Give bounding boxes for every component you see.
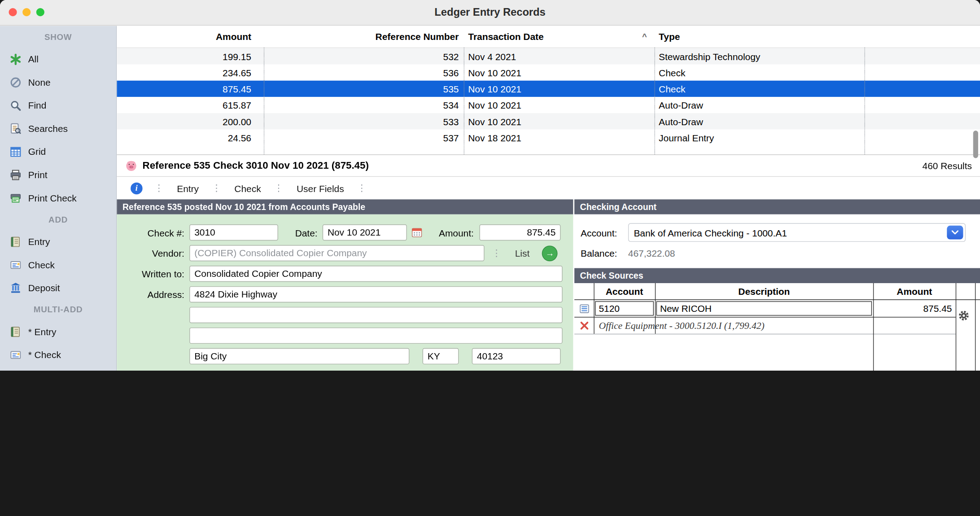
tab-separator-dots-icon: ⋮ bbox=[200, 183, 233, 194]
cell-reference: 535 bbox=[264, 83, 464, 94]
table-row[interactable]: 234.65 536 Nov 10 2021 Check bbox=[117, 64, 980, 80]
sidebar: SHOW All None Find Searches bbox=[0, 26, 117, 371]
vendor-list-button[interactable]: List bbox=[515, 248, 530, 258]
sidebar-item-find[interactable]: Find bbox=[0, 94, 116, 117]
address-label: Address: bbox=[117, 289, 184, 300]
line-item-amount[interactable]: 875.45 bbox=[873, 303, 956, 314]
none-icon bbox=[9, 76, 22, 88]
address-line1-input[interactable]: 4824 Dixie Highway bbox=[189, 286, 563, 302]
city-input[interactable]: Big City bbox=[189, 348, 409, 364]
sidebar-item-multi-add-deposit[interactable]: * Deposit bbox=[0, 366, 116, 371]
sidebar-item-print[interactable]: Print bbox=[0, 163, 116, 187]
zip-input[interactable]: 40123 bbox=[472, 348, 561, 364]
sidebar-section-add: ADD bbox=[0, 210, 116, 230]
account-value: Bank of America Checking - 1000.A1 bbox=[634, 227, 787, 238]
sidebar-item-add-entry[interactable]: Entry bbox=[0, 230, 116, 254]
check-icon bbox=[9, 349, 22, 361]
sidebar-item-add-check[interactable]: Check bbox=[0, 253, 116, 276]
entry-icon bbox=[9, 325, 22, 338]
tab-user-fields[interactable]: User Fields bbox=[295, 183, 345, 193]
check-detail-panel: Reference 535 posted Nov 10 2021 from Ac… bbox=[117, 199, 574, 371]
table-row[interactable]: 615.87 534 Nov 10 2021 Auto-Draw bbox=[117, 97, 980, 113]
checking-account-header: Checking Account bbox=[574, 199, 980, 214]
sidebar-item-label: Deposit bbox=[28, 283, 60, 293]
account-panel: Checking Account Account: Bank of Americ… bbox=[574, 199, 980, 371]
account-select[interactable]: Bank of America Checking - 1000.A1 bbox=[628, 223, 966, 242]
deposit-icon bbox=[9, 282, 22, 294]
minimize-window-button[interactable] bbox=[22, 8, 31, 16]
balance-label: Balance: bbox=[581, 248, 628, 259]
title-bar: Ledger Entry Records bbox=[0, 0, 980, 26]
column-header-reference-number[interactable]: Reference Number bbox=[264, 31, 464, 42]
vertical-scrollbar-thumb[interactable] bbox=[973, 131, 978, 158]
written-to-input[interactable]: Consolidated Copier Company bbox=[189, 266, 563, 282]
column-divider bbox=[654, 48, 655, 154]
close-window-button[interactable] bbox=[9, 8, 17, 16]
line-item-settings-gear-icon[interactable] bbox=[958, 309, 970, 322]
check-sources-table: Account Description Amount 5120 New RICO… bbox=[574, 283, 980, 371]
tab-entry[interactable]: Entry bbox=[175, 183, 200, 193]
sidebar-item-label: Print Check bbox=[28, 192, 77, 203]
amount-label: Amount: bbox=[423, 227, 474, 238]
sidebar-item-multi-add-entry[interactable]: * Entry bbox=[0, 320, 116, 343]
balance-value: 467,322.08 bbox=[628, 248, 675, 259]
address-line2-input[interactable] bbox=[189, 307, 563, 323]
vendor-label: Vendor: bbox=[117, 248, 184, 258]
sidebar-item-grid[interactable]: Grid bbox=[0, 140, 116, 163]
line-item-account-input[interactable]: 5120 bbox=[595, 301, 654, 315]
amount-input[interactable]: 875.45 bbox=[479, 224, 560, 241]
sidebar-item-label: All bbox=[28, 54, 39, 65]
line-item-detail-icon[interactable] bbox=[578, 302, 590, 315]
line-item-row[interactable]: 5120 New RICOH 875.45 bbox=[574, 300, 980, 317]
vendor-options-dots-icon[interactable]: ⋮ bbox=[492, 248, 501, 259]
sidebar-item-searches[interactable]: Searches bbox=[0, 117, 116, 140]
date-input[interactable]: Nov 10 2021 bbox=[323, 224, 407, 241]
searches-icon bbox=[9, 122, 22, 135]
account-dropdown-button[interactable] bbox=[947, 226, 963, 240]
go-to-vendor-button[interactable]: → bbox=[542, 245, 558, 261]
sort-ascending-icon: ^ bbox=[642, 32, 647, 41]
checking-account-section: Account: Bank of America Checking - 1000… bbox=[574, 214, 980, 268]
cell-type: Auto-Draw bbox=[654, 116, 864, 127]
window-title: Ledger Entry Records bbox=[434, 6, 545, 19]
cell-amount: 234.65 bbox=[117, 67, 263, 78]
records-table-header: Amount Reference Number Transaction Date… bbox=[117, 26, 980, 48]
check-icon bbox=[9, 258, 22, 271]
check-form: Check #: 3010 Date: Nov 10 2021 Amount: … bbox=[117, 214, 573, 371]
sidebar-item-none[interactable]: None bbox=[0, 70, 116, 94]
column-header-type[interactable]: Type bbox=[654, 31, 864, 42]
table-row[interactable]: 200.00 533 Nov 10 2021 Auto-Draw bbox=[117, 113, 980, 129]
sidebar-item-add-deposit[interactable]: Deposit bbox=[0, 276, 116, 300]
tab-check[interactable]: Check bbox=[233, 183, 262, 193]
zoom-window-button[interactable] bbox=[36, 8, 44, 16]
table-row[interactable]: 199.15 532 Nov 4 2021 Stewardship Techno… bbox=[117, 48, 980, 64]
table-row[interactable]: 24.56 537 Nov 18 2021 Journal Entry bbox=[117, 129, 980, 145]
sidebar-item-all[interactable]: All bbox=[0, 48, 116, 71]
vendor-input[interactable]: (COPIER) Consolidated Copier Company bbox=[189, 245, 484, 261]
check-number-label: Check #: bbox=[117, 227, 184, 238]
search-icon bbox=[9, 99, 22, 112]
cell-date: Nov 4 2021 bbox=[464, 51, 655, 62]
cell-date: Nov 10 2021 bbox=[464, 67, 655, 78]
account-note-row: Office Equipment - 3000.5120.I (1,799.42… bbox=[574, 317, 980, 334]
table-row-selected[interactable]: 875.45 535 Nov 10 2021 Check bbox=[117, 81, 980, 97]
delete-line-item-icon[interactable] bbox=[578, 319, 590, 332]
state-input[interactable]: KY bbox=[423, 348, 459, 364]
grid-icon bbox=[9, 145, 22, 158]
column-header-transaction-date[interactable]: Transaction Date ^ bbox=[464, 31, 655, 42]
sidebar-item-print-check[interactable]: Print Check bbox=[0, 186, 116, 210]
sidebar-item-multi-add-check[interactable]: * Check bbox=[0, 343, 116, 367]
sidebar-item-label: Find bbox=[28, 100, 47, 111]
cell-amount: 875.45 bbox=[117, 83, 263, 94]
column-divider bbox=[264, 48, 264, 154]
sidebar-item-label: Print bbox=[28, 169, 48, 180]
check-number-input[interactable]: 3010 bbox=[189, 224, 278, 241]
info-icon[interactable]: i bbox=[131, 182, 142, 194]
column-header-amount[interactable]: Amount bbox=[117, 31, 263, 42]
calendar-icon[interactable] bbox=[411, 226, 423, 239]
grid-line bbox=[873, 283, 874, 371]
sidebar-section-show: SHOW bbox=[0, 27, 116, 48]
address-line3-input[interactable] bbox=[189, 328, 563, 344]
check-sources-header: Check Sources bbox=[574, 268, 980, 283]
line-item-description-input[interactable]: New RICOH bbox=[656, 301, 872, 315]
